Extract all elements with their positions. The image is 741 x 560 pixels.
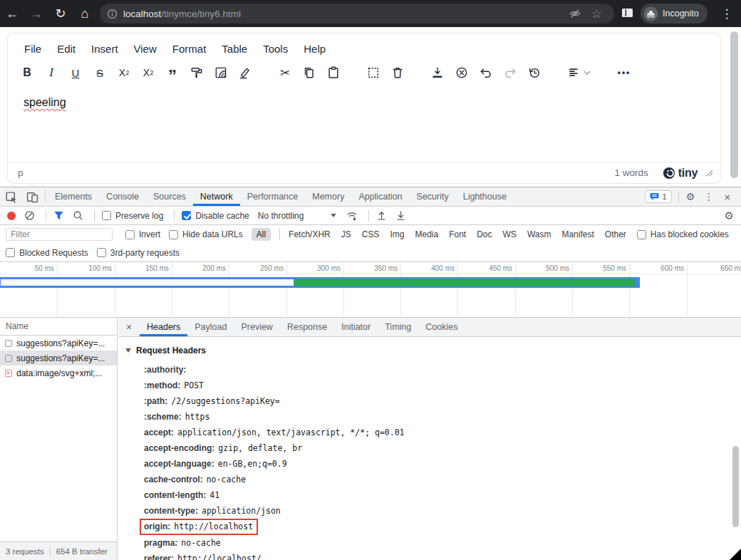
cut-button[interactable]: ✂ [276,63,294,82]
tab-memory[interactable]: Memory [305,187,351,206]
forward-button[interactable]: → [24,3,48,24]
tab-response[interactable]: Response [280,318,334,336]
align-dropdown-button[interactable] [565,63,594,82]
eye-off-icon[interactable] [564,8,586,19]
tab-preview[interactable]: Preview [234,318,279,336]
close-detail-button[interactable]: × [118,321,140,333]
request-headers-section[interactable]: Request Headers [125,346,741,356]
menu-edit[interactable]: Edit [49,40,83,58]
address-bar[interactable]: localhost/tinymce/tiny6.html ☆ [100,4,614,24]
select-all-button[interactable] [364,63,383,82]
devtools-close-button[interactable]: × [718,187,737,206]
reload-button[interactable]: ↻ [48,3,73,24]
clear-button[interactable] [24,210,35,221]
copy-button[interactable] [300,63,318,82]
filter-type-manifest[interactable]: Manifest [561,229,594,239]
request-row[interactable]: data:image/svg+xml;... [0,365,117,380]
menu-tools[interactable]: Tools [255,40,296,58]
inspect-element-button[interactable] [0,187,21,206]
checkbox-unchecked[interactable] [637,230,646,239]
restore-draft-button[interactable] [525,63,544,82]
checkbox-unchecked[interactable] [169,230,178,239]
fill-texture-button[interactable] [212,63,230,82]
italic-button[interactable]: I [42,63,61,82]
filter-toggle-button[interactable] [53,210,64,221]
detail-scrollbar[interactable] [732,446,739,527]
tab-headers[interactable]: Headers [140,318,187,336]
checkbox-unchecked[interactable] [102,211,111,220]
tab-security[interactable]: Security [410,187,456,206]
tab-application[interactable]: Application [351,187,409,206]
misspelled-word[interactable]: speeling [24,96,66,108]
tab-timing[interactable]: Timing [378,318,418,336]
hide-data-urls-checkbox[interactable]: Hide data URLs [169,229,243,239]
filter-type-fetch-xhr[interactable]: Fetch/XHR [289,229,331,239]
home-button[interactable]: ⌂ [73,3,97,24]
record-button[interactable] [7,212,16,220]
filter-type-img[interactable]: Img [390,229,404,239]
element-path[interactable]: p [18,167,614,178]
tab-cookies[interactable]: Cookies [418,318,465,336]
search-button[interactable] [73,210,83,221]
has-blocked-cookies-checkbox[interactable]: Has blocked cookies [637,229,729,239]
console-messages-button[interactable]: 1 [645,190,672,203]
superscript-button[interactable]: X2 [139,63,157,82]
delete-button[interactable] [388,63,407,82]
filter-type-wasm[interactable]: Wasm [527,229,551,239]
blockquote-button[interactable]: ” [163,63,182,82]
bold-button[interactable]: B [18,63,36,82]
filter-input[interactable] [6,228,113,241]
strikethrough-button[interactable]: S [90,63,109,82]
subscript-button[interactable]: X2 [115,63,133,82]
filter-type-js[interactable]: JS [341,229,351,239]
info-icon[interactable] [107,9,118,19]
name-column-header[interactable]: Name [0,318,117,336]
request-row-selected[interactable]: suggestions?apiKey=... [0,351,117,365]
format-painter-button[interactable] [187,63,206,82]
save-button[interactable] [428,63,447,82]
filter-type-all[interactable]: All [252,228,271,241]
tab-payload[interactable]: Payload [187,318,234,336]
network-conditions-button[interactable] [346,210,358,222]
disable-cache-checkbox[interactable]: Disable cache [182,211,249,221]
highlighter-button[interactable] [236,63,254,82]
bookmark-star-icon[interactable]: ☆ [586,6,607,21]
filter-type-font[interactable]: Font [449,229,466,239]
disclosure-triangle-icon[interactable] [125,348,131,353]
menu-insert[interactable]: Insert [83,40,126,58]
tab-network[interactable]: Network [193,187,240,206]
tab-lighthouse[interactable]: Lighthouse [456,187,514,206]
menu-help[interactable]: Help [296,40,333,58]
back-button[interactable]: ← [0,3,24,24]
underline-button[interactable]: U [66,63,85,82]
paste-button[interactable] [324,63,343,82]
network-overview-timeline[interactable]: 50 ms 100 ms 150 ms 200 ms 250 ms 300 ms… [0,262,741,318]
filter-type-ws[interactable]: WS [503,229,517,239]
filter-type-other[interactable]: Other [605,229,626,239]
checkbox-unchecked[interactable] [97,248,106,257]
invert-checkbox[interactable]: Invert [125,229,160,239]
headers-content[interactable]: Request Headers :authority: :method:POST… [118,337,741,560]
device-toolbar-button[interactable] [21,187,43,206]
blocked-requests-checkbox[interactable]: Blocked Requests [6,248,88,258]
filter-type-media[interactable]: Media [415,229,438,239]
preserve-log-checkbox[interactable]: Preserve log [102,211,163,221]
redo-button[interactable] [501,63,519,82]
tab-performance[interactable]: Performance [240,187,306,206]
menu-view[interactable]: View [126,40,165,58]
filter-type-doc[interactable]: Doc [477,229,492,239]
undo-button[interactable] [477,63,495,82]
checkbox-checked[interactable] [182,211,191,220]
more-toolbar-button[interactable]: ••• [615,63,633,82]
filter-type-css[interactable]: CSS [362,229,380,239]
side-panel-button[interactable] [621,7,633,19]
cancel-button[interactable] [452,63,471,82]
url-text[interactable]: localhost/tinymce/tiny6.html [123,9,564,19]
page-scrollbar[interactable] [730,31,738,178]
browser-menu-button[interactable]: ⋮ [718,6,735,21]
third-party-checkbox[interactable]: 3rd-party requests [97,248,180,258]
devtools-settings-button[interactable]: ⚙ [681,187,700,206]
devtools-menu-button[interactable]: ⋮ [700,187,718,206]
tab-sources[interactable]: Sources [146,187,193,206]
tab-initiator[interactable]: Initiator [334,318,378,336]
